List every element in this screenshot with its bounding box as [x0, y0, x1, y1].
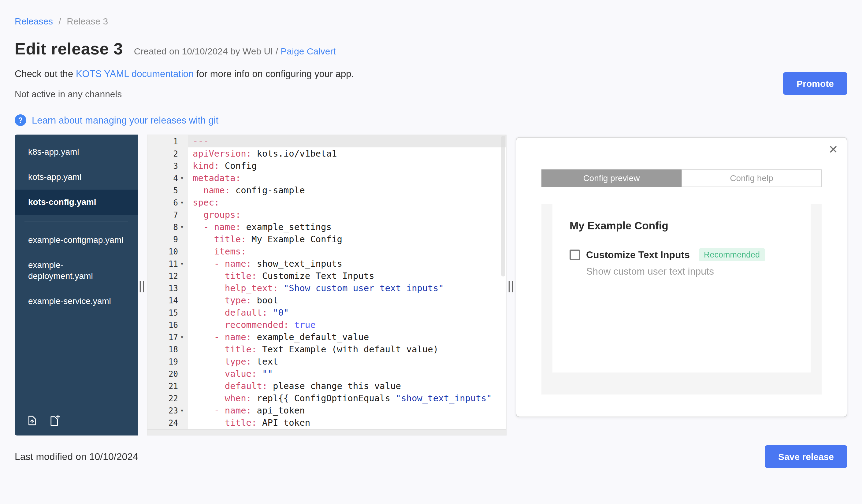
- line-number: 19: [147, 355, 188, 368]
- file-list: k8s-app.yamlkots-app.yamlkots-config.yam…: [15, 140, 138, 314]
- line-number: 18: [147, 343, 188, 355]
- breadcrumb-current: Release 3: [67, 16, 108, 26]
- code-line-15[interactable]: 15 default: "0": [147, 306, 506, 319]
- channel-status: Not active in any channels: [15, 89, 847, 99]
- line-number: 15: [147, 306, 188, 319]
- line-number: 24: [147, 416, 188, 429]
- git-releases-link[interactable]: Learn about managing your releases with …: [32, 115, 218, 126]
- breadcrumb-separator: /: [58, 16, 61, 26]
- code-line-10[interactable]: 10 items:: [147, 245, 506, 257]
- code-line-2[interactable]: 2apiVersion: kots.io/v1beta1: [147, 147, 506, 160]
- code-line-11[interactable]: 11▾ - name: show_text_inputs: [147, 257, 506, 270]
- yaml-code-editor[interactable]: 1---2apiVersion: kots.io/v1beta13kind: C…: [147, 135, 507, 436]
- horizontal-scrollbar[interactable]: [147, 429, 506, 435]
- config-preview-card: My Example Config Customize Text Inputs …: [552, 204, 811, 372]
- code-line-5[interactable]: 5 name: config-sample: [147, 184, 506, 196]
- line-number: 9: [147, 233, 188, 245]
- line-number: 16: [147, 319, 188, 331]
- file-item-kots-app.yaml[interactable]: kots-app.yaml: [15, 164, 138, 190]
- line-number: 6▾: [147, 196, 188, 209]
- code-line-6[interactable]: 6▾spec:: [147, 196, 506, 209]
- right-resize-handle[interactable]: ||: [507, 135, 516, 436]
- recommended-badge: Recommended: [698, 248, 765, 261]
- file-actions: [26, 414, 61, 427]
- config-group-title: My Example Config: [570, 220, 794, 233]
- line-number: 10: [147, 245, 188, 257]
- help-question-icon: ?: [15, 115, 26, 126]
- docs-hint-post: for more info on configuring your app.: [194, 68, 354, 79]
- author-link[interactable]: Paige Calvert: [281, 46, 336, 56]
- left-resize-handle[interactable]: ||: [138, 135, 147, 436]
- line-number: 20: [147, 368, 188, 380]
- line-number: 2: [147, 147, 188, 160]
- line-number: 3: [147, 160, 188, 172]
- kots-docs-link[interactable]: KOTS YAML documentation: [76, 68, 194, 79]
- file-item-example-deployment.yaml[interactable]: example-deployment.yaml: [15, 252, 138, 289]
- right-resize-grip: ||: [508, 278, 514, 292]
- fold-arrow-icon[interactable]: ▾: [178, 261, 186, 266]
- page-title: Edit release 3: [15, 40, 123, 59]
- customize-text-inputs-checkbox[interactable]: [570, 250, 580, 260]
- tab-config-preview[interactable]: Config preview: [541, 170, 681, 187]
- line-number: 21: [147, 380, 188, 392]
- release-editor-page: Releases / Release 3 Edit release 3 Crea…: [0, 0, 862, 504]
- fold-arrow-icon[interactable]: ▾: [178, 334, 186, 340]
- close-icon[interactable]: ✕: [828, 143, 838, 157]
- line-number: 5: [147, 184, 188, 196]
- code-line-23[interactable]: 23▾ - name: api_token: [147, 404, 506, 416]
- save-release-button[interactable]: Save release: [765, 445, 847, 468]
- line-number: 13: [147, 282, 188, 294]
- upload-file-icon[interactable]: [26, 414, 39, 427]
- code-line-21[interactable]: 21 default: please change this value: [147, 380, 506, 392]
- file-item-example-service.yaml[interactable]: example-service.yaml: [15, 289, 138, 314]
- code-line-7[interactable]: 7 groups:: [147, 209, 506, 221]
- docs-hint-pre: Check out the: [15, 68, 76, 79]
- line-number: 8▾: [147, 221, 188, 233]
- config-preview-body: My Example Config Customize Text Inputs …: [541, 204, 822, 395]
- file-item-kots-config.yaml[interactable]: kots-config.yaml: [15, 190, 138, 215]
- code-line-17[interactable]: 17▾ - name: example_default_value: [147, 331, 506, 343]
- code-line-12[interactable]: 12 title: Customize Text Inputs: [147, 270, 506, 282]
- file-item-example-configmap.yaml[interactable]: example-configmap.yaml: [15, 227, 138, 252]
- fold-arrow-icon[interactable]: ▾: [178, 408, 186, 413]
- tab-config-help[interactable]: Config help: [681, 170, 822, 187]
- code-line-24[interactable]: 24 title: API token: [147, 416, 506, 429]
- editor-area: k8s-app.yamlkots-app.yamlkots-config.yam…: [15, 135, 847, 436]
- vertical-scrollbar[interactable]: [501, 136, 505, 277]
- line-number: 22: [147, 392, 188, 404]
- docs-hint: Check out the KOTS YAML documentation fo…: [15, 68, 847, 80]
- code-line-4[interactable]: 4▾metadata:: [147, 172, 506, 184]
- code-line-8[interactable]: 8▾ - name: example_settings: [147, 221, 506, 233]
- code-line-22[interactable]: 22 when: repl{{ ConfigOptionEquals "show…: [147, 392, 506, 404]
- panel-tabs: Config previewConfig help: [541, 170, 822, 187]
- code-line-19[interactable]: 19 type: text: [147, 355, 506, 368]
- code-line-3[interactable]: 3kind: Config: [147, 160, 506, 172]
- new-file-icon[interactable]: [48, 414, 61, 427]
- fold-arrow-icon[interactable]: ▾: [178, 224, 186, 230]
- fold-arrow-icon[interactable]: ▾: [178, 200, 186, 205]
- last-modified-text: Last modified on 10/10/2024: [15, 451, 138, 462]
- config-item-help-text: Show custom user text inputs: [586, 266, 794, 277]
- code-line-1[interactable]: 1---: [147, 135, 506, 147]
- line-number: 14: [147, 294, 188, 306]
- fold-arrow-icon[interactable]: ▾: [178, 175, 186, 181]
- created-info: Created on 10/10/2024 by Web UI / Paige …: [134, 46, 336, 56]
- code-line-18[interactable]: 18 title: Text Example (with default val…: [147, 343, 506, 355]
- config-item-label: Customize Text Inputs: [586, 249, 690, 260]
- line-number: 17▾: [147, 331, 188, 343]
- config-preview-panel: ✕ Config previewConfig help My Example C…: [516, 137, 847, 417]
- line-number: 23▾: [147, 404, 188, 416]
- file-item-k8s-app.yaml[interactable]: k8s-app.yaml: [15, 140, 138, 164]
- breadcrumb: Releases / Release 3: [15, 16, 847, 26]
- code-line-14[interactable]: 14 type: bool: [147, 294, 506, 306]
- line-number: 1: [147, 135, 188, 147]
- preview-panel-column: ✕ Config previewConfig help My Example C…: [516, 135, 847, 436]
- file-list-divider: [25, 221, 128, 221]
- breadcrumb-releases-link[interactable]: Releases: [15, 16, 53, 26]
- code-line-16[interactable]: 16 recommended: true: [147, 319, 506, 331]
- code-lines: 1---2apiVersion: kots.io/v1beta13kind: C…: [147, 135, 506, 436]
- code-line-13[interactable]: 13 help_text: "Show custom user text inp…: [147, 282, 506, 294]
- code-line-9[interactable]: 9 title: My Example Config: [147, 233, 506, 245]
- promote-button[interactable]: Promote: [783, 72, 847, 95]
- code-line-20[interactable]: 20 value: "": [147, 368, 506, 380]
